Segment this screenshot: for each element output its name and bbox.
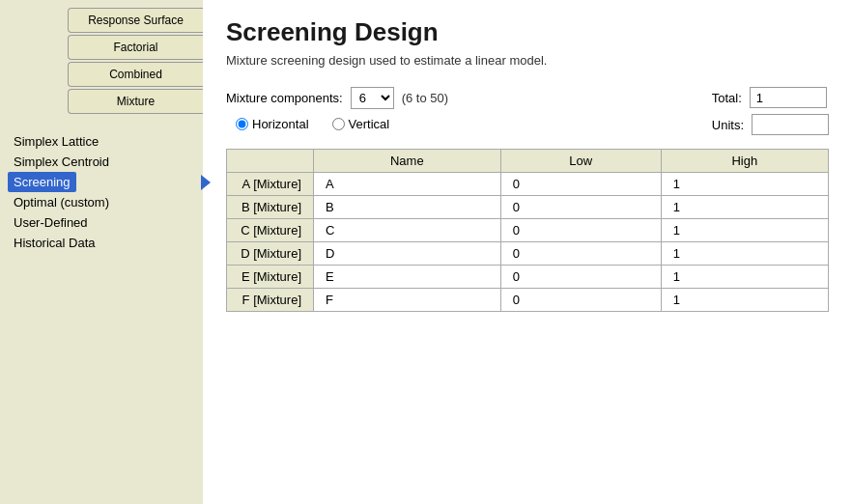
data-table: Name Low High A [Mixture] A 0 1 B [Mixtu…	[226, 149, 829, 312]
sidebar-item-historical-data[interactable]: Historical Data	[8, 233, 195, 253]
active-arrow	[201, 175, 211, 190]
table-row: E [Mixture] E 0 1	[227, 266, 829, 289]
tab-group: Response Surface Factorial Combined Mixt…	[0, 8, 203, 116]
col-header-low: Low	[500, 150, 661, 173]
table-row: A [Mixture] A 0 1	[227, 173, 829, 196]
row-high-1[interactable]: 1	[661, 196, 828, 219]
main-content: Screening Design Mixture screening desig…	[203, 0, 852, 504]
row-label-4: E [Mixture]	[227, 266, 314, 289]
row-name-0[interactable]: A	[314, 173, 501, 196]
mixture-components-label: Mixture components:	[226, 91, 343, 105]
radio-horizontal-input[interactable]	[236, 118, 248, 130]
total-input[interactable]	[750, 87, 827, 108]
row-label-1: B [Mixture]	[227, 196, 314, 219]
col-header-empty	[227, 150, 314, 173]
units-input[interactable]	[752, 114, 829, 135]
total-row: Total:	[712, 87, 829, 108]
row-high-0[interactable]: 1	[661, 173, 828, 196]
sidebar-item-optimal-custom[interactable]: Optimal (custom)	[8, 192, 195, 212]
mixture-components-select[interactable]: 6 7 8 10 50	[351, 87, 394, 109]
row-name-5[interactable]: F	[314, 289, 501, 312]
col-header-high: High	[661, 150, 828, 173]
radio-vertical-label: Vertical	[349, 117, 390, 131]
table-row: C [Mixture] C 0 1	[227, 219, 829, 242]
mixture-row: Mixture components: 6 7 8 10 50 (6 to 50…	[226, 87, 448, 109]
row-name-2[interactable]: C	[314, 219, 501, 242]
active-row: Screening	[8, 172, 195, 192]
row-low-3[interactable]: 0	[500, 242, 661, 266]
row-label-2: C [Mixture]	[227, 219, 314, 242]
row-low-1[interactable]: 0	[500, 196, 661, 219]
row-low-2[interactable]: 0	[500, 219, 661, 242]
radio-vertical[interactable]: Vertical	[332, 117, 390, 131]
tab-factorial[interactable]: Factorial	[68, 35, 203, 60]
sidebar-item-screening[interactable]: Screening	[8, 172, 76, 192]
radio-horizontal-label: Horizontal	[252, 117, 309, 131]
orientation-radio-group: Horizontal Vertical	[226, 117, 448, 131]
row-low-4[interactable]: 0	[500, 266, 661, 289]
row-label-0: A [Mixture]	[227, 173, 314, 196]
mixture-components-range: (6 to 50)	[402, 91, 448, 105]
row-label-5: F [Mixture]	[227, 289, 314, 312]
page-title: Screening Design	[226, 17, 829, 47]
sidebar-item-simplex-lattice[interactable]: Simplex Lattice	[8, 131, 195, 152]
sidebar-item-user-defined[interactable]: User-Defined	[8, 212, 195, 233]
total-label: Total:	[712, 91, 742, 105]
table-row: F [Mixture] F 0 1	[227, 289, 829, 312]
row-low-5[interactable]: 0	[500, 289, 661, 312]
row-name-1[interactable]: B	[314, 196, 501, 219]
row-high-4[interactable]: 1	[661, 266, 828, 289]
row-high-3[interactable]: 1	[661, 242, 828, 266]
radio-horizontal[interactable]: Horizontal	[236, 117, 309, 131]
row-high-2[interactable]: 1	[661, 219, 828, 242]
table-row: B [Mixture] B 0 1	[227, 196, 829, 219]
controls-right: Total: Units:	[712, 87, 829, 135]
page-subtitle: Mixture screening design used to estimat…	[226, 53, 829, 68]
radio-vertical-input[interactable]	[332, 118, 345, 130]
tab-mixture[interactable]: Mixture	[68, 89, 203, 114]
row-high-5[interactable]: 1	[661, 289, 828, 312]
units-row: Units:	[712, 114, 829, 135]
col-header-name: Name	[314, 150, 501, 173]
row-name-3[interactable]: D	[314, 242, 501, 266]
units-label: Units:	[712, 118, 744, 132]
row-name-4[interactable]: E	[314, 266, 501, 289]
row-low-0[interactable]: 0	[500, 173, 661, 196]
sidebar: Response Surface Factorial Combined Mixt…	[0, 0, 203, 504]
controls-left: Mixture components: 6 7 8 10 50 (6 to 50…	[226, 87, 448, 131]
table-row: D [Mixture] D 0 1	[227, 242, 829, 266]
tab-response-surface[interactable]: Response Surface	[68, 8, 203, 33]
sidebar-list: Simplex Lattice Simplex Centroid Screeni…	[0, 120, 203, 504]
sidebar-item-simplex-centroid[interactable]: Simplex Centroid	[8, 152, 195, 172]
tab-combined[interactable]: Combined	[68, 62, 203, 87]
row-label-3: D [Mixture]	[227, 242, 314, 266]
